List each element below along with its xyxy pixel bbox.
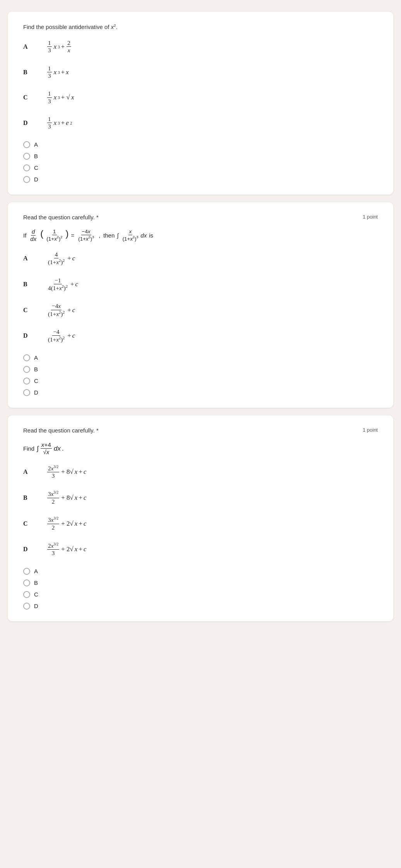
q2-choice-row-D: D −4 (1+x2)2 + c (23, 328, 378, 343)
choice-math-B: 13 x3 + x (46, 65, 69, 80)
q3-choice-label-B: B (23, 494, 35, 501)
question2-if-expr: If d dx ( 1 (1+x2)2 ) = −4x (1+x2) (23, 228, 378, 243)
q2-radio-row-D[interactable]: D (23, 389, 378, 396)
q2-choice-row-B: B −1 4(1+x2)2 + c (23, 277, 378, 292)
question2-card: Read the question carefully. * 1 point I… (8, 202, 393, 408)
radio-row-C[interactable]: C (23, 164, 378, 171)
q3-choice-row-D: D 2x3/2 3 + 2√x + c (23, 542, 378, 557)
question3-title: Read the question carefully. * (23, 427, 99, 434)
q3-radio-row-C[interactable]: C (23, 591, 378, 598)
q2-radio-C[interactable] (23, 378, 30, 384)
question2-points: 1 point (363, 214, 378, 220)
choice-label-C: C (23, 94, 35, 101)
q3-choice-math-B: 3x3/2 2 + 8√x + c (46, 490, 87, 505)
q3-choice-label-D: D (23, 546, 35, 553)
q2-radio-label-C: C (34, 378, 38, 384)
choice-row-C: C 13 x3 + √x (23, 90, 378, 105)
choice-row-D: D 13 x3 + e2 (23, 116, 378, 130)
choice-label-B: B (23, 69, 35, 76)
choice-label-D: D (23, 120, 35, 126)
choice-row-B: B 13 x3 + x (23, 65, 378, 80)
q2-choice-label-A: A (23, 255, 35, 262)
question3-header: Read the question carefully. * 1 point (23, 427, 378, 434)
choice-row-A: A 13 x3 + 2x (23, 39, 378, 54)
q3-choice-math-D: 2x3/2 3 + 2√x + c (46, 542, 87, 557)
radio-label-D: D (34, 176, 38, 183)
q2-choice-row-C: C −4x (1+x2)2 + c (23, 302, 378, 318)
q3-radio-B[interactable] (23, 579, 30, 586)
q3-choice-row-A: A 2x3/2 3 + 8√x + c (23, 465, 378, 480)
q3-choice-row-C: C 3x3/2 2 + 2√x + c (23, 516, 378, 531)
question1-title: Find the possible antiderivative of x2. (23, 23, 378, 30)
q3-choice-label-C: C (23, 520, 35, 527)
q2-choice-math-D: −4 (1+x2)2 + c (46, 328, 75, 343)
if-label: If (23, 232, 26, 239)
question1-card: Find the possible antiderivative of x2. … (8, 12, 393, 195)
question2-title: Read the question carefully. * (23, 214, 99, 220)
q3-integral: ∫ x+4 √x dx. (37, 441, 63, 456)
radio-group-q3: A B C D (23, 568, 378, 610)
radio-group-q2: A B C D (23, 354, 378, 396)
choice-math-A: 13 x3 + 2x (46, 39, 72, 54)
q3-choice-label-A: A (23, 468, 35, 475)
radio-row-B[interactable]: B (23, 153, 378, 160)
q2-radio-A[interactable] (23, 354, 30, 361)
q2-radio-row-C[interactable]: C (23, 378, 378, 384)
q2-radio-label-B: B (34, 366, 38, 372)
q2-choice-label-C: C (23, 307, 35, 314)
radio-B[interactable] (23, 153, 30, 160)
question3-card: Read the question carefully. * 1 point F… (8, 415, 393, 621)
question3-expr: Find ∫ x+4 √x dx. (23, 441, 378, 456)
radio-row-A[interactable]: A (23, 141, 378, 148)
q2-choice-math-B: −1 4(1+x2)2 + c (46, 277, 78, 292)
q3-choice-math-A: 2x3/2 3 + 8√x + c (46, 465, 87, 480)
q2-radio-row-A[interactable]: A (23, 354, 378, 361)
radio-D[interactable] (23, 176, 30, 183)
q2-radio-D[interactable] (23, 389, 30, 396)
radio-label-A: A (34, 141, 38, 148)
q3-radio-row-D[interactable]: D (23, 603, 378, 610)
radio-label-B: B (34, 153, 38, 159)
choice-math-D: 13 x3 + e2 (46, 116, 72, 130)
find-label: Find (23, 445, 34, 452)
q2-radio-row-B[interactable]: B (23, 366, 378, 373)
question3-points: 1 point (363, 427, 378, 433)
radio-row-D[interactable]: D (23, 176, 378, 183)
q3-choice-row-B: B 3x3/2 2 + 8√x + c (23, 490, 378, 505)
q2-choice-label-D: D (23, 332, 35, 339)
radio-label-C: C (34, 164, 38, 171)
choice-label-A: A (23, 43, 35, 50)
radio-A[interactable] (23, 141, 30, 148)
question2-header: Read the question carefully. * 1 point (23, 214, 378, 220)
q3-radio-row-A[interactable]: A (23, 568, 378, 575)
q3-radio-D[interactable] (23, 603, 30, 610)
q3-radio-row-B[interactable]: B (23, 579, 378, 586)
q3-radio-label-A: A (34, 568, 38, 574)
radio-C[interactable] (23, 164, 30, 171)
radio-group-q1: A B C D (23, 141, 378, 183)
choice-math-C: 13 x3 + √x (46, 90, 74, 105)
page-container: Find the possible antiderivative of x2. … (0, 0, 401, 633)
q3-choice-math-C: 3x3/2 2 + 2√x + c (46, 516, 87, 531)
q2-choice-label-B: B (23, 281, 35, 288)
q2-choice-row-A: A 4 (1+x2)2 + c (23, 251, 378, 266)
q3-radio-A[interactable] (23, 568, 30, 575)
q2-radio-B[interactable] (23, 366, 30, 373)
q3-radio-label-D: D (34, 603, 38, 609)
q2-choice-math-C: −4x (1+x2)2 + c (46, 302, 75, 318)
q3-radio-C[interactable] (23, 591, 30, 598)
q3-radio-label-C: C (34, 591, 38, 598)
if-lhs: d dx ( 1 (1+x2)2 ) = −4x (1+x2)3 , (29, 228, 153, 243)
q2-radio-label-D: D (34, 389, 38, 396)
q3-radio-label-B: B (34, 579, 38, 586)
q2-choice-math-A: 4 (1+x2)2 + c (46, 251, 75, 266)
q2-radio-label-A: A (34, 354, 38, 361)
